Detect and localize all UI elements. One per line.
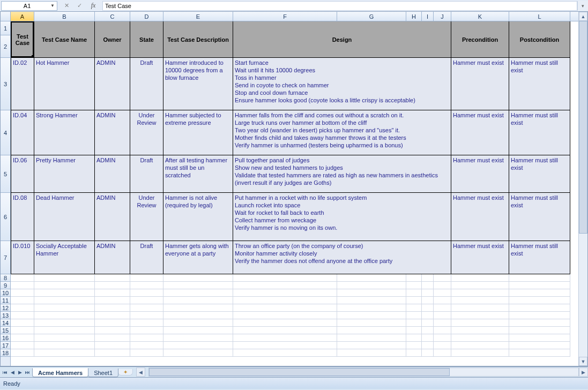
cell[interactable]: [509, 274, 570, 282]
row-header-13[interactable]: 13: [1, 312, 10, 319]
cell[interactable]: [509, 289, 570, 297]
cell[interactable]: [34, 342, 95, 349]
cell[interactable]: [95, 327, 130, 334]
row-header-8[interactable]: 8: [1, 274, 10, 282]
cell[interactable]: [406, 297, 422, 304]
cell[interactable]: [163, 327, 233, 334]
cell[interactable]: [406, 319, 422, 327]
cell[interactable]: [451, 342, 509, 349]
row-header-4[interactable]: 4: [1, 110, 10, 155]
cell[interactable]: Dead Hammer: [34, 193, 95, 241]
header-cell[interactable]: Test Case: [11, 21, 34, 58]
cell[interactable]: [337, 349, 406, 357]
cell[interactable]: [406, 349, 422, 357]
cell[interactable]: [451, 312, 509, 319]
cell[interactable]: [422, 289, 434, 297]
cell[interactable]: [406, 282, 422, 289]
cell[interactable]: ID.06: [11, 155, 34, 193]
row-header-5[interactable]: 5: [1, 155, 10, 193]
cell[interactable]: [34, 274, 95, 282]
cell[interactable]: [233, 282, 337, 289]
column-header-K[interactable]: K: [451, 12, 509, 21]
cell[interactable]: [451, 334, 509, 342]
cell[interactable]: [163, 289, 233, 297]
insert-sheet-tab[interactable]: ✦: [118, 369, 133, 376]
cell[interactable]: [509, 334, 570, 342]
cell[interactable]: [434, 297, 451, 304]
cell[interactable]: [434, 312, 451, 319]
column-header-E[interactable]: E: [163, 12, 233, 21]
cell[interactable]: [163, 319, 233, 327]
cell[interactable]: [406, 342, 422, 349]
cell[interactable]: ID.02: [11, 58, 34, 110]
cell[interactable]: [34, 304, 95, 312]
row-header-18[interactable]: 18: [1, 349, 10, 357]
cell[interactable]: [163, 304, 233, 312]
cell[interactable]: [434, 334, 451, 342]
cell[interactable]: [509, 304, 570, 312]
cell[interactable]: After all testing hammer must still be u…: [163, 155, 233, 193]
cell[interactable]: Hammer is not alive (required by legal): [163, 193, 233, 241]
cell[interactable]: [422, 334, 434, 342]
column-header-B[interactable]: B: [34, 12, 95, 21]
cell[interactable]: [406, 327, 422, 334]
cell[interactable]: [95, 274, 130, 282]
tab-first-icon[interactable]: ⏮: [1, 368, 9, 377]
scroll-down-icon[interactable]: ▼: [579, 357, 587, 366]
cell[interactable]: [233, 297, 337, 304]
column-header-G[interactable]: G: [337, 12, 406, 21]
cell[interactable]: [434, 274, 451, 282]
sheet-tab[interactable]: Acme Hammers: [32, 368, 88, 377]
column-header-L[interactable]: L: [509, 12, 570, 21]
cell[interactable]: Hammer must still exist: [509, 241, 570, 274]
row-header-15[interactable]: 15: [1, 327, 10, 334]
cell[interactable]: [337, 297, 406, 304]
cell[interactable]: [422, 304, 434, 312]
cell[interactable]: [34, 297, 95, 304]
cell[interactable]: [451, 282, 509, 289]
cell[interactable]: Under Review: [130, 193, 163, 241]
cell[interactable]: ID.010: [11, 241, 34, 274]
cell[interactable]: [422, 349, 434, 357]
cell[interactable]: [95, 282, 130, 289]
cell[interactable]: [130, 349, 163, 357]
expand-formula-bar-icon[interactable]: ▾: [577, 1, 588, 11]
cell[interactable]: [233, 342, 337, 349]
cell[interactable]: Hammer gets along with everyone at a par…: [163, 241, 233, 274]
cell[interactable]: [509, 282, 570, 289]
grid-body[interactable]: Test CaseTest Case NameOwnerStateTest Ca…: [11, 21, 578, 357]
cell[interactable]: [451, 274, 509, 282]
cell[interactable]: [163, 342, 233, 349]
cell[interactable]: Under Review: [130, 110, 163, 155]
row-header-9[interactable]: 9: [1, 282, 10, 289]
cell[interactable]: [509, 349, 570, 357]
cell[interactable]: [163, 334, 233, 342]
cell[interactable]: Pretty Hammer: [34, 155, 95, 193]
cell[interactable]: [434, 342, 451, 349]
cell[interactable]: [337, 312, 406, 319]
cell[interactable]: [11, 304, 34, 312]
cell[interactable]: [406, 289, 422, 297]
tab-last-icon[interactable]: ⏭: [24, 368, 31, 377]
cell[interactable]: [11, 274, 34, 282]
cell[interactable]: Hot Hammer: [34, 58, 95, 110]
cell[interactable]: [422, 342, 434, 349]
cell[interactable]: [95, 312, 130, 319]
row-header-16[interactable]: 16: [1, 334, 10, 342]
column-header-A[interactable]: A: [11, 12, 34, 21]
cell[interactable]: [95, 289, 130, 297]
cell[interactable]: Throw an office party (on the company of…: [233, 241, 451, 274]
cell[interactable]: [34, 319, 95, 327]
cell[interactable]: [163, 274, 233, 282]
column-header-F[interactable]: F: [233, 12, 337, 21]
cell[interactable]: [422, 327, 434, 334]
vertical-scrollbar[interactable]: ▲ ▼: [578, 12, 587, 366]
cell[interactable]: [422, 274, 434, 282]
column-header-J[interactable]: J: [434, 12, 451, 21]
cell[interactable]: [11, 342, 34, 349]
header-cell[interactable]: Design: [233, 21, 451, 58]
cell[interactable]: [509, 312, 570, 319]
row-header-1[interactable]: 1: [1, 21, 10, 35]
cell[interactable]: Hammer falls from the cliff and comes ou…: [233, 110, 451, 155]
row-header-14[interactable]: 14: [1, 319, 10, 327]
